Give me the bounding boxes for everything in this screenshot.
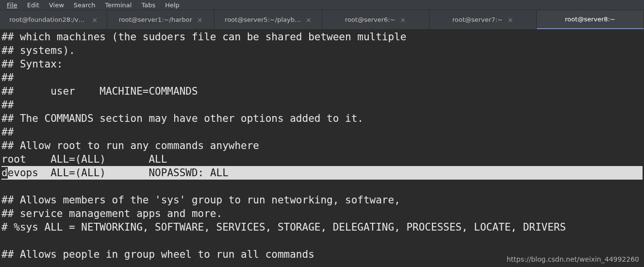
tab-label: root@server8:~ — [565, 16, 615, 23]
menu-tabs[interactable]: Tabs — [136, 0, 160, 10]
terminal-line: ## user MACHINE=COMMANDS — [1, 84, 643, 98]
close-icon[interactable]: × — [400, 17, 406, 23]
menu-help[interactable]: Help — [160, 0, 184, 10]
terminal-line: ## service management apps and more. — [1, 207, 643, 220]
tab-label: root@server5:~/playb… — [225, 16, 301, 23]
terminal-line: root ALL=(ALL) ALL — [1, 152, 643, 166]
close-icon[interactable]: × — [92, 17, 98, 23]
tab-server1[interactable]: root@server1:~/harbor × — [107, 10, 215, 29]
menubar: File Edit View Search Terminal Tabs Help — [0, 0, 644, 10]
close-icon[interactable]: × — [508, 17, 513, 23]
tab-label: root@server1:~/harbor — [119, 16, 192, 23]
close-icon[interactable]: × — [306, 17, 312, 23]
terminal-line — [1, 234, 643, 248]
terminal-viewport[interactable]: ## which machines (the sudoers file can … — [0, 29, 644, 267]
tab-foundation28[interactable]: root@foundation28:/va… × — [0, 10, 107, 29]
terminal-line: ## Allow root to run any commands anywhe… — [1, 139, 643, 152]
terminal-line: ## The COMMANDS section may have other o… — [1, 112, 643, 125]
terminal-line: devops ALL=(ALL) NOPASSWD: ALL — [1, 166, 643, 180]
watermark-text: https://blog.csdn.net/weixin_44992260 — [507, 255, 639, 263]
terminal-line — [1, 180, 643, 193]
tab-label: root@server7:~ — [452, 16, 503, 23]
tab-server6[interactable]: root@server6:~ × — [322, 10, 429, 29]
menu-view[interactable]: View — [44, 0, 69, 10]
menu-file[interactable]: File — [2, 0, 22, 10]
terminal-line: ## — [1, 71, 643, 84]
menu-search[interactable]: Search — [69, 0, 100, 10]
terminal-line: ## — [1, 98, 643, 112]
terminal-line: ## — [1, 125, 643, 139]
tab-server5[interactable]: root@server5:~/playb… × — [215, 10, 322, 29]
terminal-line: ## which machines (the sudoers file can … — [1, 30, 643, 44]
close-icon[interactable]: × — [197, 17, 203, 23]
tab-label: root@server6:~ — [345, 16, 396, 23]
terminal-line: ## Syntax: — [1, 57, 643, 71]
terminal-line: # %sys ALL = NETWORKING, SOFTWARE, SERVI… — [1, 220, 643, 234]
terminal-cursor: d — [1, 167, 8, 179]
tabbar: root@foundation28:/va… × root@server1:~/… — [0, 10, 644, 29]
tab-server7[interactable]: root@server7:~ × — [429, 10, 537, 29]
terminal-line: ## Allows members of the 'sys' group to … — [1, 193, 643, 207]
tab-server8[interactable]: root@server8:~ — [537, 10, 644, 29]
menu-edit[interactable]: Edit — [22, 0, 44, 10]
tab-label: root@foundation28:/va… — [9, 16, 87, 23]
terminal-line: ## systems). — [1, 44, 643, 57]
menu-terminal[interactable]: Terminal — [100, 0, 136, 10]
